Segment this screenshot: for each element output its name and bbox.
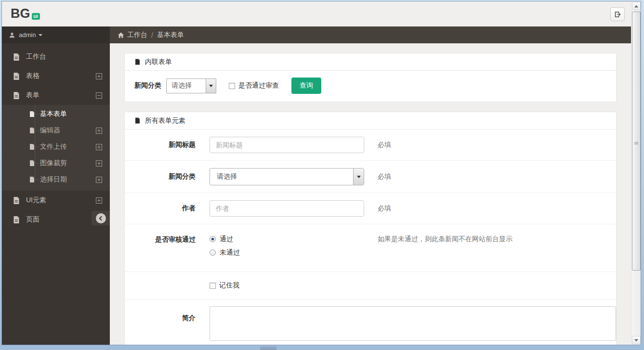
file-lines-icon xyxy=(13,216,20,224)
select-dropdown-button[interactable] xyxy=(206,79,216,93)
inline-panel-header: 内联表单 xyxy=(125,53,616,71)
forms-submenu: 基本表单 编辑器 xyxy=(2,105,110,191)
app-root: BG UI xyxy=(2,1,631,345)
select-value: 请选择 xyxy=(167,79,206,93)
sidebar-item-ui-elements[interactable]: UI元素 xyxy=(2,191,110,210)
remember-me-checkbox[interactable] xyxy=(210,283,216,289)
sidebar-item-workbench[interactable]: 工作台 xyxy=(2,47,110,66)
sidebar-item-label: 工作台 xyxy=(26,52,102,61)
radio-checked-icon[interactable] xyxy=(210,236,216,242)
home-icon xyxy=(118,32,124,39)
arrow-up-icon xyxy=(634,5,638,7)
panel-title: 内联表单 xyxy=(145,58,172,66)
sidebar-item-label: 表单 xyxy=(26,91,96,100)
radio-pass[interactable]: 通过 xyxy=(210,234,364,244)
breadcrumb-separator: / xyxy=(151,31,153,39)
form-panel-header: 所有表单元素 xyxy=(125,112,616,130)
author-row: 作者 必填 xyxy=(125,193,616,224)
radio-fail[interactable]: 未通过 xyxy=(210,247,364,258)
window-resize-grip[interactable] xyxy=(260,346,276,350)
breadcrumb: 工作台 / 基本表单 xyxy=(110,26,631,43)
expand-plus-icon[interactable] xyxy=(96,160,102,167)
panel-title: 所有表单元素 xyxy=(145,117,185,125)
chevron-down-icon xyxy=(209,85,213,87)
remember-me-row: 记住我 xyxy=(125,272,616,299)
sidebar-subitem-basic-form[interactable]: 基本表单 xyxy=(2,106,110,122)
sidebar-item-tables[interactable]: 表格 xyxy=(2,66,110,86)
user-name: admin xyxy=(19,31,36,39)
brand-logo[interactable]: BG UI xyxy=(11,7,40,20)
window-frame: BG UI xyxy=(0,0,644,350)
required-hint: 必填 xyxy=(378,141,391,149)
author-input[interactable] xyxy=(210,200,364,217)
file-lines-icon xyxy=(13,91,20,100)
review-note: 如果是未通过，则此条新闻不在网站前台显示 xyxy=(378,234,513,244)
breadcrumb-section[interactable]: 工作台 xyxy=(127,31,147,39)
chevron-down-icon xyxy=(39,34,42,36)
page-content: 内联表单 新闻分类 请选择 是否通过审查 查询 xyxy=(110,43,631,345)
scrollbar-thumb[interactable] xyxy=(632,12,641,271)
collapse-left-icon xyxy=(96,213,106,223)
sidebar-subitem-label: 基本表单 xyxy=(40,110,102,118)
sidebar-collapse-button[interactable] xyxy=(92,211,110,225)
intro-textarea[interactable] xyxy=(210,306,616,341)
sidebar-subitem-date-picker[interactable]: 选择日期 xyxy=(2,171,110,188)
sidebar-subitem-label: 文件上传 xyxy=(40,143,96,151)
file-solid-icon xyxy=(134,117,141,124)
news-category-row: 新闻分类 请选择 必填 xyxy=(125,160,616,193)
sidebar-subitem-label: 图像裁剪 xyxy=(40,159,96,168)
news-category-select-big[interactable]: 请选择 xyxy=(210,168,364,185)
required-hint: 必填 xyxy=(378,172,391,181)
sidebar-subitem-editor[interactable]: 编辑器 xyxy=(2,122,110,139)
user-menu[interactable]: admin xyxy=(2,26,110,43)
main-column: 工作台 / 基本表单 内联表单 xyxy=(110,26,631,345)
file-lines-icon xyxy=(13,72,20,80)
review-filter-checkbox[interactable] xyxy=(229,83,235,89)
search-button[interactable]: 查询 xyxy=(291,78,321,94)
select-dropdown-button[interactable] xyxy=(353,169,364,185)
expand-plus-icon[interactable] xyxy=(96,128,102,134)
category-label: 新闻分类 xyxy=(134,81,161,90)
scroll-down-button[interactable] xyxy=(632,336,641,344)
news-category-select[interactable]: 请选择 xyxy=(166,78,216,93)
news-title-label: 新闻标题 xyxy=(125,141,196,149)
sidebar-item-label: 表格 xyxy=(26,72,96,80)
inline-form: 新闻分类 请选择 是否通过审查 查询 xyxy=(125,71,616,102)
news-title-input[interactable] xyxy=(210,137,364,153)
sidebar-item-label: UI元素 xyxy=(26,196,96,205)
browser-viewport: BG UI xyxy=(2,1,641,345)
file-icon xyxy=(29,176,35,183)
radio-unchecked-icon[interactable] xyxy=(210,249,216,256)
vertical-scrollbar[interactable] xyxy=(631,1,641,345)
news-category-label: 新闻分类 xyxy=(125,172,196,181)
user-icon xyxy=(9,32,15,39)
file-icon xyxy=(29,160,35,167)
intro-label: 简介 xyxy=(125,306,196,323)
chevron-down-icon xyxy=(357,176,361,178)
logout-button[interactable] xyxy=(610,7,625,21)
brand-badge: UI xyxy=(32,13,40,20)
sidebar-item-forms[interactable]: 表单 xyxy=(2,86,110,105)
scroll-up-button[interactable] xyxy=(632,2,641,10)
sidebar: admin 工作台 xyxy=(2,26,110,345)
review-status-label: 是否审核通过 xyxy=(125,234,196,244)
arrow-down-icon xyxy=(634,339,638,341)
file-lines-icon xyxy=(13,53,20,61)
expand-plus-icon[interactable] xyxy=(96,144,102,150)
file-lines-icon xyxy=(13,196,20,205)
collapse-minus-icon[interactable] xyxy=(96,92,102,99)
sidebar-subitem-image-crop[interactable]: 图像裁剪 xyxy=(2,155,110,171)
sidebar-subitem-file-upload[interactable]: 文件上传 xyxy=(2,139,110,155)
expand-plus-icon[interactable] xyxy=(96,73,102,79)
expand-plus-icon[interactable] xyxy=(96,197,102,204)
expand-plus-icon[interactable] xyxy=(96,177,102,183)
radio-fail-label: 未通过 xyxy=(220,248,240,257)
sidebar-subitem-label: 编辑器 xyxy=(40,126,96,135)
required-hint: 必填 xyxy=(378,204,391,213)
file-icon xyxy=(29,127,35,134)
form-elements-panel: 所有表单元素 新闻标题 必填 新闻分类 xyxy=(124,112,617,345)
brand-text: BG xyxy=(11,7,30,20)
file-solid-icon xyxy=(134,58,141,65)
sidebar-menu: 工作台 表格 xyxy=(2,43,110,229)
inline-form-panel: 内联表单 新闻分类 请选择 是否通过审查 查询 xyxy=(124,53,617,102)
